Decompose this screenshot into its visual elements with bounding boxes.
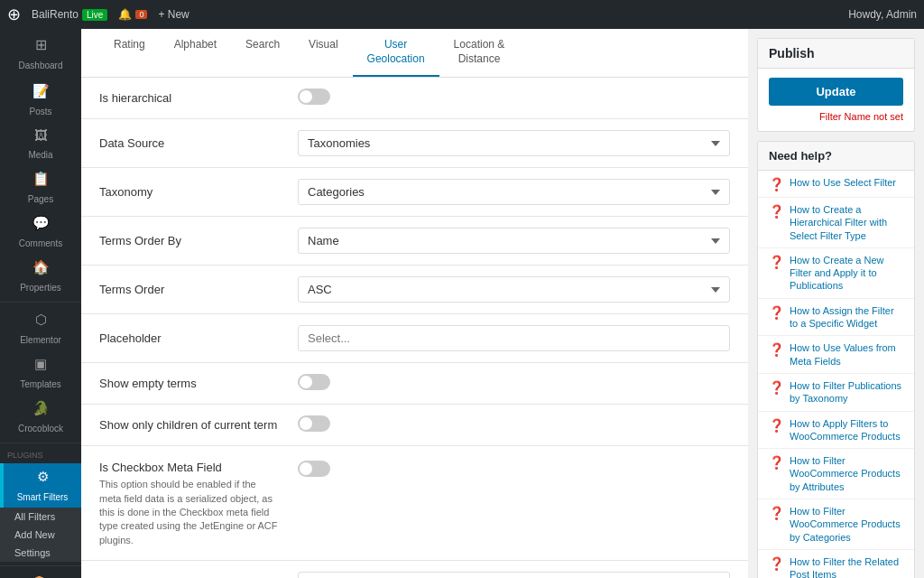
- filter-name-note: Filter Name not set: [769, 111, 903, 122]
- help-link-6[interactable]: How to Apply Filters to WooCommerce Prod…: [790, 417, 903, 443]
- help-item-3: ❓ How to Assign the Filter to a Specific…: [758, 299, 914, 337]
- sidebar-item-crocoblock[interactable]: 🐊 Crocoblock: [0, 395, 81, 439]
- toggle-is-hierarchical[interactable]: [298, 89, 330, 105]
- sidebar-item-posts[interactable]: 📝 Posts: [0, 78, 81, 122]
- field-show-only-children: Show only children of current term: [81, 405, 748, 446]
- help-box-title: Need help?: [758, 142, 914, 171]
- field-terms-order: Terms Order ASC DESC: [81, 266, 748, 314]
- help-item-7: ❓ How to Filter WooCommerce Products by …: [758, 449, 914, 499]
- sidebar-item-elementor[interactable]: ⬡ Elementor: [0, 306, 81, 350]
- sidebar-sub-all-filters[interactable]: All Filters: [0, 508, 81, 526]
- help-icon-4: ❓: [769, 342, 784, 357]
- tab-visual[interactable]: Visual: [294, 29, 352, 77]
- crocoblock-icon: 🐊: [32, 400, 50, 416]
- sidebar-item-comments[interactable]: 💬 Comments: [0, 210, 81, 254]
- help-link-2[interactable]: How to Create a New Filter and Apply it …: [790, 254, 903, 293]
- publish-box: Publish Update Filter Name not set: [757, 38, 915, 132]
- help-item-6: ❓ How to Apply Filters to WooCommerce Pr…: [758, 412, 914, 450]
- field-taxonomy: Taxonomy Categories Tags Custom Taxonomy: [81, 168, 748, 217]
- smart-filters-icon: ⚙: [37, 469, 49, 485]
- right-sidebar: Publish Update Filter Name not set Need …: [748, 29, 924, 578]
- tab-alphabet[interactable]: Alphabet: [160, 29, 231, 77]
- elementor-icon: ⬡: [35, 312, 47, 328]
- help-icon-6: ❓: [769, 418, 784, 433]
- field-is-hierarchical: Is hierarchical: [81, 78, 748, 119]
- plugins-label: PLUGINS: [0, 447, 81, 463]
- update-button[interactable]: Update: [769, 78, 903, 106]
- help-item-8: ❓ How to Filter WooCommerce Products by …: [758, 499, 914, 550]
- field-is-checkbox-meta-field: Is Checkbox Meta Field This option shoul…: [81, 446, 748, 561]
- help-link-8[interactable]: How to Filter WooCommerce Products by Ca…: [790, 505, 903, 544]
- sidebar-item-media[interactable]: 🖼 Media: [0, 122, 81, 165]
- properties-icon: 🏠: [32, 259, 50, 275]
- tab-user-geolocation[interactable]: UserGeolocation: [353, 29, 439, 77]
- posts-icon: 📝: [32, 83, 50, 99]
- help-link-7[interactable]: How to Filter WooCommerce Products by At…: [790, 454, 903, 493]
- publish-box-title: Publish: [758, 39, 914, 69]
- tab-rating[interactable]: Rating: [99, 29, 160, 77]
- help-item-1: ❓ How to Create a Hierarchical Filter wi…: [758, 198, 914, 248]
- templates-icon: ▣: [34, 356, 47, 372]
- field-data-source: Data Source Taxonomies Meta Fields Custo…: [81, 119, 748, 168]
- live-badge: Live: [82, 9, 107, 21]
- help-link-4[interactable]: How to Use Values from Meta Fields: [790, 341, 903, 368]
- sidebar-sub-settings[interactable]: Settings: [0, 544, 81, 562]
- filter-tabs: Rating Alphabet Search Visual UserGeoloc…: [81, 29, 748, 78]
- help-item-2: ❓ How to Create a New Filter and Apply i…: [758, 248, 914, 299]
- sidebar-item-appearance[interactable]: 🎨 Appearance: [0, 570, 81, 578]
- tab-search[interactable]: Search: [231, 29, 294, 77]
- field-terms-order-by: Terms Order By Name ID Count Slug: [81, 217, 748, 266]
- field-exclude-include: Exclude/Include None Exclude Include: [81, 561, 748, 578]
- sidebar-sub-add-new[interactable]: Add New: [0, 526, 81, 544]
- help-link-0[interactable]: How to Use Select Filter: [790, 176, 896, 189]
- checkbox-meta-field-description: This option should be enabled if the met…: [99, 478, 280, 547]
- comments-link[interactable]: 🔔 0: [118, 8, 147, 21]
- toggle-show-empty-terms[interactable]: [298, 374, 330, 390]
- toggle-is-checkbox-meta-field[interactable]: [298, 461, 330, 477]
- field-placeholder: Placeholder: [81, 314, 748, 363]
- help-icon-7: ❓: [769, 455, 784, 470]
- help-icon-2: ❓: [769, 255, 784, 269]
- howdy-user: Howdy, Admin: [848, 8, 917, 21]
- admin-bar: ⊕ BaliRento Live 🔔 0 + New Howdy, Admin: [0, 0, 924, 29]
- help-item-5: ❓ How to Filter Publications by Taxonomy: [758, 374, 914, 412]
- tab-location-distance[interactable]: Location &Distance: [439, 29, 520, 77]
- select-terms-order-by[interactable]: Name ID Count Slug: [298, 228, 730, 254]
- wp-logo-icon: ⊕: [7, 5, 21, 24]
- help-link-1[interactable]: How to Create a Hierarchical Filter with…: [790, 203, 903, 242]
- filter-form: Is hierarchical Data Source Taxonomies M: [81, 78, 748, 578]
- new-content-link[interactable]: + New: [158, 8, 189, 21]
- toggle-show-only-children[interactable]: [298, 415, 330, 432]
- help-item-4: ❓ How to Use Values from Meta Fields: [758, 336, 914, 374]
- help-icon-0: ❓: [769, 177, 784, 191]
- select-terms-order[interactable]: ASC DESC: [298, 276, 730, 303]
- help-icon-1: ❓: [769, 204, 784, 219]
- help-link-9[interactable]: How to Filter the Related Post Items: [790, 555, 903, 578]
- select-taxonomy[interactable]: Categories Tags Custom Taxonomy: [298, 179, 730, 205]
- media-icon: 🖼: [34, 127, 48, 143]
- select-data-source[interactable]: Taxonomies Meta Fields Custom: [298, 130, 730, 156]
- sidebar-item-pages[interactable]: 📋 Pages: [0, 165, 81, 210]
- help-icon-5: ❓: [769, 380, 784, 395]
- help-link-3[interactable]: How to Assign the Filter to a Specific W…: [790, 304, 903, 331]
- help-icon-9: ❓: [769, 556, 784, 571]
- comments-icon: 💬: [32, 215, 50, 231]
- sidebar-item-smart-filters[interactable]: ⚙ Smart Filters: [0, 463, 81, 508]
- help-item-0: ❓ How to Use Select Filter: [758, 171, 914, 198]
- help-box: Need help? ❓ How to Use Select Filter ❓ …: [757, 141, 915, 578]
- site-name[interactable]: BaliRento Live: [32, 8, 107, 21]
- help-icon-3: ❓: [769, 305, 784, 320]
- sidebar-item-templates[interactable]: ▣ Templates: [0, 350, 81, 395]
- help-item-9: ❓ How to Filter the Related Post Items: [758, 550, 914, 578]
- help-icon-8: ❓: [769, 506, 784, 520]
- field-show-empty-terms: Show empty terms: [81, 363, 748, 405]
- admin-sidebar: ⊞ Dashboard 📝 Posts 🖼 Media 📋 Pages 💬 Co…: [0, 29, 81, 578]
- input-placeholder[interactable]: [298, 325, 730, 351]
- comments-count: 0: [135, 10, 147, 19]
- select-exclude-include[interactable]: None Exclude Include: [298, 572, 730, 578]
- sidebar-item-properties[interactable]: 🏠 Properties: [0, 254, 81, 298]
- sidebar-item-dashboard[interactable]: ⊞ Dashboard: [0, 29, 81, 78]
- help-link-5[interactable]: How to Filter Publications by Taxonomy: [790, 379, 903, 406]
- dashboard-icon: ⊞: [35, 36, 47, 53]
- pages-icon: 📋: [32, 171, 50, 187]
